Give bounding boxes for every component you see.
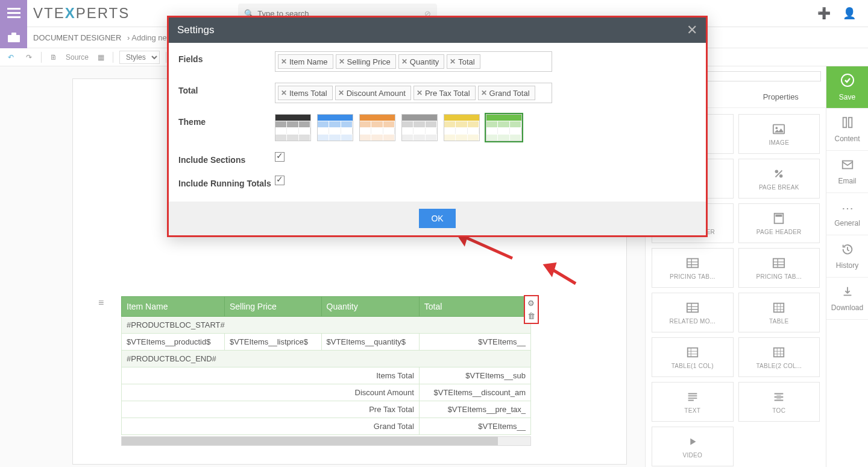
- rail-save[interactable]: Save: [826, 66, 868, 109]
- block-table-1col[interactable]: TABLE(1 COL): [652, 337, 734, 377]
- block-image[interactable]: IMAGE: [738, 114, 820, 154]
- tag[interactable]: ✕Items Total: [278, 86, 333, 100]
- block-pricing-table-1[interactable]: PRICING TAB...: [652, 248, 734, 288]
- include-sections-label: Include Sections: [178, 152, 275, 165]
- email-icon: [841, 158, 854, 173]
- theme-option[interactable]: [359, 114, 395, 141]
- tag[interactable]: ✕Pre Tax Total: [414, 86, 476, 100]
- horizontal-scrollbar[interactable]: [121, 436, 531, 446]
- chevron-right-icon: ›: [127, 33, 130, 42]
- theme-option[interactable]: [486, 114, 522, 141]
- content-icon: [841, 116, 854, 131]
- remove-tag-icon[interactable]: ✕: [338, 89, 344, 97]
- include-sections-checkbox[interactable]: [275, 152, 285, 162]
- breadcrumb-module[interactable]: DOCUMENT DESIGNER: [33, 33, 121, 42]
- block-pricing-table-2[interactable]: PRICING TAB...: [738, 248, 820, 288]
- block-page-break[interactable]: PAGE BREAK: [738, 159, 820, 199]
- theme-label: Theme: [178, 114, 275, 127]
- settings-modal: Settings ✕ Fields ✕Item Name✕Selling Pri…: [167, 16, 708, 237]
- close-icon[interactable]: ✕: [687, 24, 697, 37]
- rail-download[interactable]: Download: [826, 278, 868, 320]
- tab-properties[interactable]: Properties: [736, 86, 826, 107]
- tag[interactable]: ✕Total: [447, 54, 480, 69]
- svg-rect-1: [7, 12, 20, 14]
- product-bloc-start: #PRODUCTBLOC_START#: [122, 317, 531, 334]
- remove-tag-icon[interactable]: ✕: [450, 57, 456, 66]
- svg-rect-20: [843, 118, 846, 128]
- theme-option[interactable]: [275, 114, 311, 141]
- block-text[interactable]: TEXT: [652, 382, 734, 422]
- tag[interactable]: ✕Grand Total: [478, 86, 535, 100]
- rail-history[interactable]: History: [826, 235, 868, 278]
- menu-toggle[interactable]: [0, 0, 27, 27]
- remove-tag-icon[interactable]: ✕: [481, 89, 487, 97]
- theme-option[interactable]: [444, 114, 480, 141]
- briefcase-icon: [8, 33, 20, 42]
- remove-tag-icon[interactable]: ✕: [401, 57, 407, 66]
- save-icon: [840, 73, 855, 89]
- fields-label: Fields: [178, 51, 275, 64]
- fields-tag-input[interactable]: ✕Item Name✕Selling Price✕Quantity✕Total: [275, 51, 552, 72]
- svg-rect-13: [687, 258, 698, 267]
- theme-option[interactable]: [317, 114, 353, 141]
- settings-block-icon[interactable]: ⚙: [527, 299, 535, 308]
- block-drag-handle[interactable]: ≡: [98, 297, 104, 308]
- tag[interactable]: ✕Selling Price: [336, 54, 396, 69]
- svg-rect-21: [848, 118, 852, 128]
- total-tag-input[interactable]: ✕Items Total✕Discount Amount✕Pre Tax Tot…: [275, 83, 552, 103]
- block-video[interactable]: VIDEO: [652, 427, 734, 466]
- undo-button[interactable]: ↶: [5, 51, 17, 63]
- svg-rect-3: [8, 35, 20, 42]
- rail-general[interactable]: ⋯General: [826, 193, 868, 235]
- col-quantity: Quantity: [321, 297, 419, 317]
- col-item-name: Item Name: [122, 297, 225, 317]
- pricing-table[interactable]: Item Name Selling Price Quantity Total #…: [121, 296, 531, 435]
- remove-tag-icon[interactable]: ✕: [339, 57, 345, 66]
- delete-block-icon[interactable]: 🗑: [527, 311, 535, 320]
- tag[interactable]: ✕Item Name: [278, 54, 333, 69]
- redo-button[interactable]: ↷: [23, 51, 35, 63]
- modal-title: Settings: [177, 24, 214, 36]
- svg-rect-14: [773, 258, 784, 267]
- general-icon: ⋯: [841, 201, 854, 215]
- ok-button[interactable]: OK: [419, 209, 455, 228]
- block-table-2col[interactable]: TABLE(2 COL...: [738, 337, 820, 377]
- user-icon[interactable]: 👤: [843, 7, 856, 20]
- rail-content[interactable]: Content: [826, 109, 868, 151]
- add-icon[interactable]: ➕: [817, 7, 831, 20]
- svg-point-6: [776, 127, 778, 129]
- tag[interactable]: ✕Discount Amount: [335, 86, 411, 100]
- svg-point-7: [775, 170, 779, 173]
- col-selling-price: Selling Price: [224, 297, 321, 317]
- annotation-arrow-2: [539, 259, 588, 291]
- layout-icon[interactable]: ▦: [95, 51, 107, 63]
- source-icon: 🗎: [48, 51, 60, 63]
- svg-rect-4: [11, 33, 16, 36]
- item-row: $VTEItems__productid$ $VTEItems__listpri…: [122, 334, 531, 351]
- svg-point-8: [779, 174, 783, 177]
- include-running-totals-label: Include Running Totals: [178, 176, 275, 188]
- total-label: Total: [178, 83, 275, 95]
- block-toc[interactable]: TOC: [738, 382, 820, 422]
- remove-tag-icon[interactable]: ✕: [281, 89, 287, 97]
- include-running-totals-checkbox[interactable]: [275, 176, 285, 185]
- remove-tag-icon[interactable]: ✕: [417, 89, 423, 97]
- theme-picker: [275, 114, 696, 141]
- svg-rect-17: [688, 348, 698, 357]
- rail-email[interactable]: Email: [826, 151, 868, 193]
- styles-select[interactable]: Styles: [119, 51, 160, 64]
- svg-rect-0: [7, 8, 20, 10]
- block-page-header[interactable]: PAGE HEADER: [738, 203, 820, 243]
- tag[interactable]: ✕Quantity: [398, 54, 444, 69]
- theme-option[interactable]: [401, 114, 438, 141]
- block-table[interactable]: TABLE: [738, 293, 820, 332]
- module-icon: [0, 27, 27, 48]
- remove-tag-icon[interactable]: ✕: [281, 57, 287, 66]
- block-related-module[interactable]: RELATED MO...: [652, 293, 734, 332]
- product-bloc-end: #PRODUCTBLOC_END#: [122, 351, 531, 367]
- svg-rect-2: [7, 16, 20, 18]
- svg-rect-12: [776, 214, 782, 217]
- action-rail: SaveContentEmail⋯GeneralHistoryDownload: [826, 66, 868, 467]
- svg-marker-26: [546, 264, 555, 274]
- source-button[interactable]: Source: [66, 53, 89, 62]
